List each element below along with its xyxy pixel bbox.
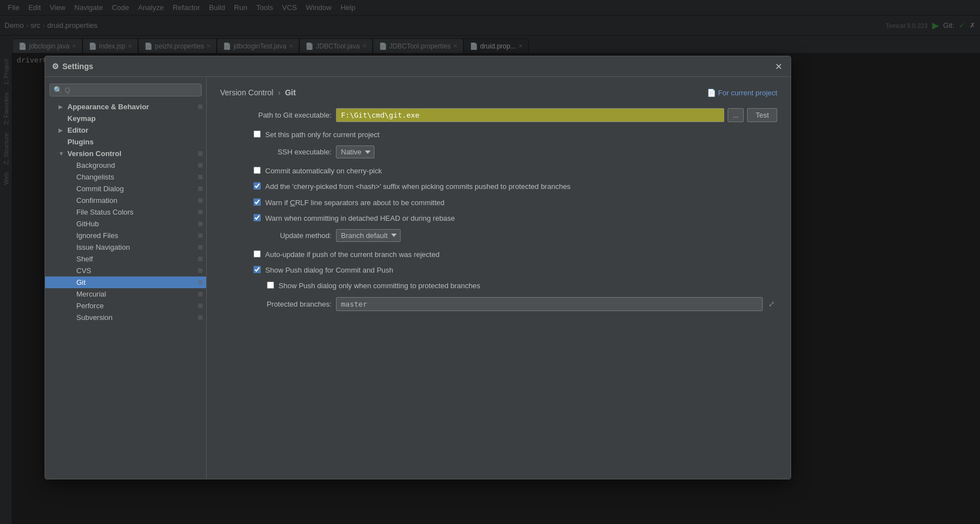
sidebar-item-perforce[interactable]: Perforce ⊞ bbox=[45, 300, 206, 312]
sidebar-item-github[interactable]: GitHub ⊞ bbox=[45, 218, 206, 230]
sidebar-item-mercurial[interactable]: Mercurial ⊞ bbox=[45, 288, 206, 300]
cherry-pick-suffix-label: Add the 'cherry-picked from <hash>' suff… bbox=[265, 182, 571, 192]
close-button[interactable]: ✕ bbox=[773, 61, 784, 72]
sidebar-item-editor[interactable]: ▶ Editor bbox=[45, 124, 206, 136]
sidebar-item-label: Git bbox=[76, 278, 86, 287]
show-push-dialog-checkbox[interactable] bbox=[253, 266, 261, 273]
warn-detached-checkbox[interactable] bbox=[253, 214, 261, 221]
update-method-field: Branch default bbox=[336, 229, 777, 242]
copy-icon[interactable]: ⊞ bbox=[198, 103, 203, 110]
copy-icon[interactable]: ⊞ bbox=[198, 267, 203, 274]
sidebar-item-label: Background bbox=[76, 161, 115, 169]
copy-icon[interactable]: ⊞ bbox=[198, 197, 203, 204]
dialog-body: 🔍 ▶ Appearance & Behavior ⊞ Keymap ▶ Edi… bbox=[45, 77, 791, 479]
cherry-pick-suffix-checkbox[interactable] bbox=[253, 182, 261, 190]
update-method-label: Update method: bbox=[220, 231, 331, 240]
protected-branches-row: Protected branches: ⤢ bbox=[220, 297, 777, 311]
warn-crlf-label: Warn if CRLF line separators are about t… bbox=[265, 198, 445, 208]
copy-icon[interactable]: ⊞ bbox=[198, 302, 203, 309]
copy-icon[interactable]: ⊞ bbox=[198, 185, 203, 192]
git-path-input[interactable] bbox=[336, 108, 724, 122]
set-path-checkbox[interactable] bbox=[253, 130, 261, 138]
sidebar-item-git[interactable]: Git ⊞ bbox=[45, 276, 206, 288]
copy-icon[interactable]: ⊞ bbox=[198, 208, 203, 216]
expand-icon: ▶ bbox=[58, 127, 67, 133]
search-input[interactable] bbox=[65, 86, 198, 94]
copy-icon[interactable]: ⊞ bbox=[198, 150, 203, 157]
collapse-icon: ▼ bbox=[58, 151, 67, 157]
expand-icon: ▶ bbox=[58, 104, 67, 110]
breadcrumb-vc-label[interactable]: Version Control bbox=[220, 88, 274, 97]
push-protected-checkbox[interactable] bbox=[267, 282, 274, 289]
sidebar-item-ignored-files[interactable]: Ignored Files ⊞ bbox=[45, 230, 206, 241]
breadcrumb-git-label: Git bbox=[285, 88, 295, 97]
update-method-dropdown[interactable]: Branch default bbox=[336, 229, 401, 242]
copy-icon[interactable]: ⊞ bbox=[198, 232, 203, 239]
sidebar-item-shelf[interactable]: Shelf ⊞ bbox=[45, 253, 206, 265]
sidebar-item-background[interactable]: Background ⊞ bbox=[45, 159, 206, 171]
sidebar-item-label: Appearance & Behavior bbox=[67, 103, 149, 111]
protected-branches-field: ⤢ bbox=[336, 297, 777, 311]
sidebar-item-commit-dialog[interactable]: Commit Dialog ⊞ bbox=[45, 183, 206, 195]
settings-dialog: ⚙ Settings ✕ 🔍 ▶ Appearance & Behavior ⊞ bbox=[45, 56, 791, 479]
cb3-row: Warn if CRLF line separators are about t… bbox=[220, 198, 777, 208]
dialog-title-text: Settings bbox=[62, 62, 93, 71]
sidebar-item-plugins[interactable]: Plugins bbox=[45, 136, 206, 148]
sidebar-item-issue-navigation[interactable]: Issue Navigation ⊞ bbox=[45, 241, 206, 253]
set-path-row: Set this path only for current project bbox=[220, 130, 777, 140]
sidebar-item-label: Changelists bbox=[76, 173, 114, 181]
cb2-row: Add the 'cherry-picked from <hash>' suff… bbox=[220, 182, 777, 192]
sidebar-item-label: Mercurial bbox=[76, 290, 106, 298]
update-method-row: Update method: Branch default bbox=[220, 229, 777, 242]
ssh-field: Native bbox=[336, 145, 777, 158]
ssh-dropdown[interactable]: Native bbox=[336, 145, 374, 158]
sidebar-item-label: Editor bbox=[67, 126, 89, 134]
browse-button[interactable]: ... bbox=[728, 108, 744, 122]
dialog-title: ⚙ Settings bbox=[52, 62, 93, 71]
sidebar-item-version-control[interactable]: ▼ Version Control ⊞ bbox=[45, 148, 206, 159]
sidebar-item-label: CVS bbox=[76, 266, 91, 275]
for-project-button[interactable]: 📄 For current project bbox=[707, 89, 777, 97]
sidebar-item-label: Confirmation bbox=[76, 196, 118, 205]
warn-crlf-checkbox[interactable] bbox=[253, 198, 261, 206]
test-button[interactable]: Test bbox=[747, 108, 777, 122]
cb7-row: Show Push dialog only when committing to… bbox=[220, 281, 777, 291]
git-path-field: ... Test bbox=[336, 108, 777, 122]
sidebar-item-file-status[interactable]: File Status Colors ⊞ bbox=[45, 206, 206, 218]
sidebar-item-label: Issue Navigation bbox=[76, 243, 130, 251]
git-path-row: Path to Git executable: ... Test bbox=[220, 108, 777, 122]
settings-content: Version Control › Git 📄 For current proj… bbox=[207, 77, 791, 479]
push-protected-label: Show Push dialog only when committing to… bbox=[279, 281, 480, 291]
sidebar-item-subversion[interactable]: Subversion ⊞ bbox=[45, 312, 206, 323]
sidebar-item-confirmation[interactable]: Confirmation ⊞ bbox=[45, 195, 206, 206]
search-icon: 🔍 bbox=[53, 86, 62, 94]
search-box[interactable]: 🔍 bbox=[50, 84, 202, 96]
protected-branches-input[interactable] bbox=[336, 297, 763, 311]
copy-icon[interactable]: ⊞ bbox=[198, 244, 203, 251]
copy-icon[interactable]: ⊞ bbox=[198, 173, 203, 181]
sidebar-item-appearance[interactable]: ▶ Appearance & Behavior ⊞ bbox=[45, 101, 206, 113]
sidebar-item-label: File Status Colors bbox=[76, 208, 134, 216]
ssh-row: SSH executable: Native bbox=[220, 145, 777, 158]
copy-icon[interactable]: ⊞ bbox=[198, 314, 203, 321]
auto-update-checkbox[interactable] bbox=[253, 250, 261, 258]
dialog-titlebar: ⚙ Settings ✕ bbox=[45, 56, 791, 77]
copy-icon[interactable]: ⊞ bbox=[198, 290, 203, 298]
sidebar-item-cvs[interactable]: CVS ⊞ bbox=[45, 265, 206, 276]
modal-overlay: ⚙ Settings ✕ 🔍 ▶ Appearance & Behavior ⊞ bbox=[0, 0, 980, 524]
auto-cherry-pick-label: Commit automatically on cherry-pick bbox=[265, 166, 382, 176]
copy-icon[interactable]: ⊞ bbox=[198, 162, 203, 169]
ssh-label: SSH executable: bbox=[220, 148, 331, 156]
copy-icon[interactable]: ⊞ bbox=[198, 220, 203, 227]
auto-cherry-pick-checkbox[interactable] bbox=[253, 167, 261, 174]
sidebar-item-label: Version Control bbox=[67, 149, 121, 158]
git-path-label: Path to Git executable: bbox=[220, 111, 331, 119]
copy-icon[interactable]: ⊞ bbox=[198, 255, 203, 263]
expand-protected-button[interactable]: ⤢ bbox=[766, 298, 777, 309]
cb4-row: Warn when committing in detached HEAD or… bbox=[220, 214, 777, 224]
sidebar-item-changelists[interactable]: Changelists ⊞ bbox=[45, 171, 206, 183]
sidebar-item-label: Commit Dialog bbox=[76, 185, 124, 193]
page-icon: 📄 bbox=[707, 89, 716, 97]
sidebar-item-keymap[interactable]: Keymap bbox=[45, 113, 206, 124]
copy-icon[interactable]: ⊞ bbox=[198, 279, 203, 286]
